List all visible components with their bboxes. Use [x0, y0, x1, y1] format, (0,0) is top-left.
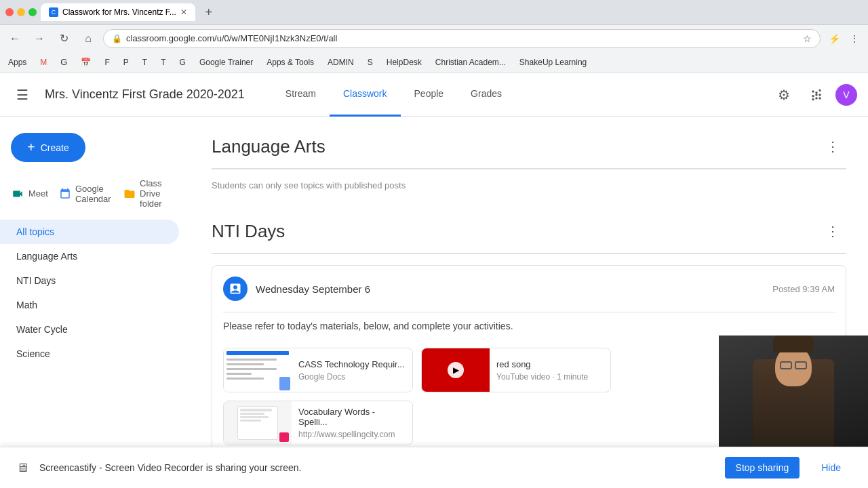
class-drive-label: Class Drive folder [140, 178, 179, 209]
sidebar-item-all-topics[interactable]: All topics [0, 220, 179, 244]
attachment-cass-tech[interactable]: CASS Technology Requir... Google Docs [223, 348, 413, 392]
tab-stream[interactable]: Stream [272, 73, 330, 117]
red-song-title: red song [496, 359, 588, 369]
google-calendar-link[interactable]: Google Calendar [59, 184, 113, 204]
tab-classwork[interactable]: Classwork [330, 73, 401, 117]
settings-button[interactable]: ⚙ [770, 81, 797, 108]
extensions-icon[interactable]: ⚡ [826, 30, 842, 47]
bookmark-p1[interactable]: P [121, 56, 132, 68]
tab-grades[interactable]: Grades [457, 73, 515, 117]
tab-people[interactable]: People [401, 73, 458, 117]
bookmark-cal[interactable]: 📅 [78, 56, 94, 68]
browser-bar: ← → ↻ ⌂ 🔒 classroom.google.com/u/0/w/MTE… [0, 24, 868, 52]
science-label: Science [16, 348, 50, 359]
create-label: Create [41, 142, 69, 153]
expand-dot[interactable] [28, 8, 37, 16]
red-song-thumbnail: ▶ [422, 348, 490, 392]
webcam-overlay [719, 336, 868, 447]
browser-menu-icon[interactable]: ⋮ [846, 30, 863, 47]
address-bar[interactable]: 🔒 classroom.google.com/u/0/w/MTE0NjI1Nzk… [103, 29, 821, 48]
sidebar-item-water-cycle[interactable]: Water Cycle [0, 317, 179, 342]
tab-classwork-label: Classwork [343, 88, 387, 99]
webcam-video [719, 336, 868, 447]
screen-share-message: Screencastify - Screen Video Recorder is… [39, 462, 714, 473]
browser-toolbar-right: ⚡ ⋮ [826, 30, 863, 47]
bookmark-christian[interactable]: Christian Academ... [433, 56, 509, 68]
meet-link[interactable]: Meet [11, 187, 48, 201]
bookmark-helpdesk[interactable]: HelpDesk [384, 56, 425, 68]
new-tab-button[interactable]: + [199, 3, 218, 22]
close-dot[interactable] [5, 8, 14, 16]
helpdesk-label: HelpDesk [387, 58, 422, 67]
all-topics-label: All topics [16, 226, 54, 237]
bookmark-star-icon[interactable]: ☆ [803, 33, 812, 44]
hamburger-icon[interactable]: ☰ [11, 81, 34, 108]
apps-tools-label: Apps & Tools [267, 58, 314, 67]
nav-tabs: Stream Classwork People Grades [272, 73, 515, 117]
math-label: Math [16, 300, 37, 310]
card-title[interactable]: Wednesday September 6 [256, 283, 764, 295]
bookmark-apps-tools[interactable]: Apps & Tools [264, 56, 317, 68]
bookmark-admin[interactable]: ADMIN [325, 56, 357, 68]
browser-chrome: C Classwork for Mrs. Vincentz F... ✕ + [0, 0, 868, 24]
topic-language-arts: Language Arts ⋮ Students can only see to… [212, 133, 846, 196]
vocab-thumbnail [224, 401, 292, 445]
back-button[interactable]: ← [5, 29, 24, 48]
url-text: classroom.google.com/u/0/w/MTE0NjI1Nzk3N… [126, 33, 337, 43]
language-arts-title: Language Arts [212, 136, 819, 157]
sidebar-item-math[interactable]: Math [0, 293, 179, 317]
nti-days-menu-button[interactable]: ⋮ [819, 218, 846, 245]
lock-icon: 🔒 [112, 34, 122, 43]
bookmark-t2[interactable]: T [158, 56, 168, 68]
bookmark-f1[interactable]: F [102, 56, 112, 68]
refresh-button[interactable]: ↻ [54, 29, 73, 48]
bookmark-google-trainer[interactable]: Google Trainer [197, 56, 256, 68]
screen-share-banner: 🖥 Screencastify - Screen Video Recorder … [0, 447, 868, 488]
avatar[interactable]: V [835, 84, 857, 106]
bookmark-apps[interactable]: Apps [5, 56, 29, 68]
calendar-icon [59, 187, 71, 201]
red-song-info: red song YouTube video · 1 minute [490, 348, 595, 392]
stop-sharing-button[interactable]: Stop sharing [725, 457, 800, 479]
browser-tab[interactable]: C Classwork for Mrs. Vincentz F... ✕ [41, 3, 195, 21]
sidebar: + Create Meet Google Calendar [0, 117, 190, 488]
bookmarks-bar: Apps M G 📅 F P T T G Google Trainer Apps… [0, 52, 868, 73]
apps-label: Apps [8, 58, 26, 67]
class-drive-link[interactable]: Class Drive folder [123, 178, 179, 209]
home-button[interactable]: ⌂ [79, 29, 98, 48]
bookmark-g1[interactable]: G [58, 56, 70, 68]
language-arts-menu-button[interactable]: ⋮ [819, 133, 846, 160]
browser-dots [5, 8, 37, 16]
cass-type: Google Docs [298, 372, 405, 382]
bookmark-g2[interactable]: G [177, 56, 189, 68]
bookmark-shakeup[interactable]: ShakeUp Learning [517, 56, 589, 68]
tab-grades-label: Grades [471, 88, 502, 99]
apps-grid-button[interactable] [803, 81, 830, 108]
meet-icon [11, 187, 24, 201]
sidebar-nav: All topics Language Arts NTI Days Math W… [0, 220, 190, 366]
card-posted-time: Posted 9:39 AM [772, 284, 835, 294]
christian-label: Christian Academ... [435, 58, 506, 67]
bookmark-gmail[interactable]: M [37, 56, 50, 68]
sidebar-item-language-arts[interactable]: Language Arts [0, 244, 179, 268]
screen-share-icon: 🖥 [16, 461, 28, 475]
forward-button[interactable]: → [30, 29, 49, 48]
bookmark-t1[interactable]: T [140, 56, 150, 68]
cass-title: CASS Technology Requir... [298, 359, 405, 369]
top-nav: ☰ Mrs. Vincentz First Grade 2020-2021 St… [0, 73, 868, 117]
attachment-red-song[interactable]: ▶ red song YouTube video · 1 minute [421, 348, 611, 392]
nav-right: ⚙ V [770, 81, 857, 108]
sidebar-item-nti-days[interactable]: NTI Days [0, 268, 179, 293]
google-trainer-label: Google Trainer [199, 58, 253, 67]
tab-stream-label: Stream [285, 88, 316, 99]
sidebar-item-science[interactable]: Science [0, 342, 179, 366]
vocab-info: Vocabulary Words - Spelli... http://www.… [292, 401, 412, 445]
attachment-vocab[interactable]: Vocabulary Words - Spelli... http://www.… [223, 401, 413, 445]
minimize-dot[interactable] [17, 8, 25, 16]
hide-button[interactable]: Hide [810, 457, 852, 479]
nti-days-title: NTI Days [212, 221, 819, 242]
create-button[interactable]: + Create [11, 133, 85, 162]
bookmark-s1[interactable]: S [365, 56, 376, 68]
tab-close-button[interactable]: ✕ [180, 7, 187, 17]
create-plus-icon: + [27, 140, 35, 155]
